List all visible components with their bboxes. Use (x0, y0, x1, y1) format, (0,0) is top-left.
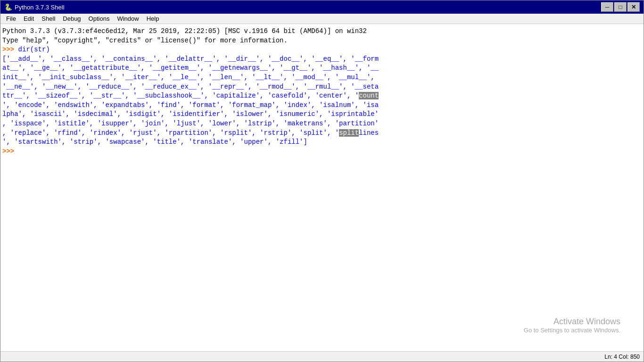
command-1: dir(str) (18, 46, 50, 53)
menu-debug[interactable]: Debug (59, 14, 84, 23)
menu-help[interactable]: Help (143, 14, 163, 23)
python-help-line: Type "help", "copyright", "credits" or "… (2, 37, 288, 44)
console-output: Python 3.7.3 (v3.7.3:ef4ec6ed12, Mar 25 … (2, 27, 642, 156)
menu-file[interactable]: File (2, 14, 20, 23)
minimize-button[interactable]: ─ (601, 2, 613, 12)
menu-shell[interactable]: Shell (38, 14, 59, 23)
splitlines-highlight: split (339, 129, 359, 137)
menu-window[interactable]: Window (113, 14, 142, 23)
menu-bar: File Edit Shell Debug Options Window Hel… (0, 14, 644, 24)
dir-output: ['__add__', '__class__', '__contains__',… (2, 55, 379, 146)
title-bar-controls: ─ □ ✕ (601, 2, 640, 12)
prompt-1: >>> (2, 46, 18, 53)
app-icon: 🐍 (4, 3, 12, 11)
title-bar: 🐍 Python 3.7.3 Shell ─ □ ✕ (0, 0, 644, 14)
count-highlight: count (359, 92, 379, 99)
cursor-position: Ln: 4 Col: 850 (604, 354, 640, 360)
menu-options[interactable]: Options (85, 14, 114, 23)
menu-edit[interactable]: Edit (20, 14, 38, 23)
title-bar-left: 🐍 Python 3.7.3 Shell (4, 3, 65, 11)
close-button[interactable]: ✕ (627, 2, 640, 12)
prompt-2: >>> (2, 148, 14, 155)
python-version-line: Python 3.7.3 (v3.7.3:ef4ec6ed12, Mar 25 … (2, 27, 367, 35)
maximize-button[interactable]: □ (614, 2, 627, 12)
main-window: 🐍 Python 3.7.3 Shell ─ □ ✕ File Edit She… (0, 0, 644, 362)
window-title: Python 3.7.3 Shell (15, 4, 65, 11)
status-bar: Ln: 4 Col: 850 (0, 351, 644, 362)
console-area[interactable]: Python 3.7.3 (v3.7.3:ef4ec6ed12, Mar 25 … (0, 24, 644, 351)
title-text: title (157, 138, 177, 146)
